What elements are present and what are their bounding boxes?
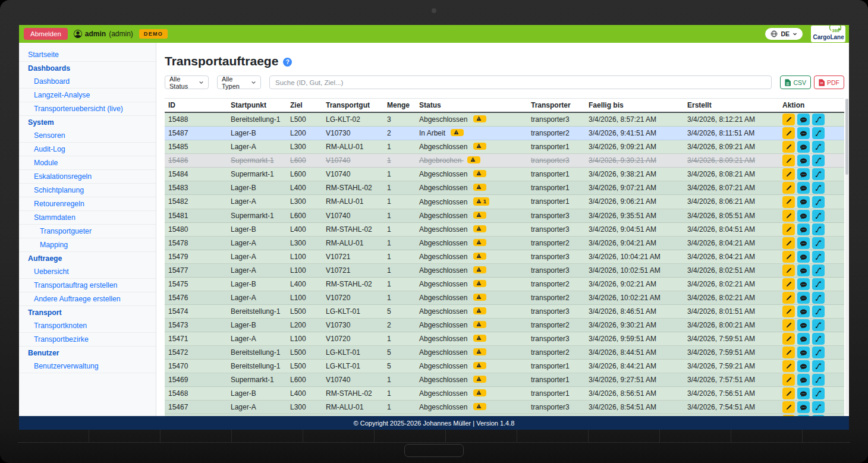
help-icon[interactable]: ? xyxy=(283,58,292,67)
comment-button[interactable] xyxy=(797,305,810,317)
table-row[interactable]: 15487 Lager-B L200 V10730 2 In Arbeit tr… xyxy=(165,127,844,140)
table-row[interactable]: 15469 Supermarkt-1 L600 V10740 1 Abgesch… xyxy=(165,373,844,387)
table-row[interactable]: 15475 Lager-B L400 RM-STAHL-02 1 Abgesch… xyxy=(165,278,844,291)
edit-button[interactable] xyxy=(782,374,795,386)
route-button[interactable] xyxy=(812,305,825,317)
edit-button[interactable] xyxy=(782,319,795,331)
comment-button[interactable] xyxy=(797,374,810,386)
table-row[interactable]: 15473 Lager-B L200 V10730 2 Abgeschlosse… xyxy=(165,319,844,332)
search-input[interactable] xyxy=(269,75,772,89)
route-button[interactable] xyxy=(812,388,825,399)
table-row[interactable]: 15484 Supermarkt-1 L600 V10740 1 Abgesch… xyxy=(165,168,844,181)
edit-button[interactable] xyxy=(782,305,795,317)
export-pdf-button[interactable]: PDF xyxy=(814,75,844,89)
route-button[interactable] xyxy=(812,196,825,208)
sidebar-item-transportknoten[interactable]: Transportknoten xyxy=(19,319,156,333)
sidebar-item-transportbezirke[interactable]: Transportbezirke xyxy=(19,333,156,347)
table-row[interactable]: 15479 Lager-A L100 V10721 1 Abgeschlosse… xyxy=(165,250,844,264)
language-selector[interactable]: DE xyxy=(765,28,803,40)
type-filter-select[interactable]: Alle Typen xyxy=(217,75,261,89)
scrollbar[interactable] xyxy=(845,99,848,414)
table-row[interactable]: 15480 Lager-B L400 RM-STAHL-02 1 Abgesch… xyxy=(165,223,844,237)
sidebar-item-sensoren[interactable]: Sensoren xyxy=(19,129,156,143)
edit-button[interactable] xyxy=(782,333,795,345)
table-row[interactable]: 15476 Lager-A L100 V10720 1 Abgeschlosse… xyxy=(165,291,844,305)
logout-button[interactable]: Abmelden xyxy=(24,28,68,40)
edit-button[interactable] xyxy=(782,182,795,194)
sidebar-item-benutzerverwaltung[interactable]: Benutzerverwaltung xyxy=(19,360,156,373)
edit-button[interactable] xyxy=(782,278,795,290)
scrollbar-thumb[interactable] xyxy=(845,99,848,175)
comment-button[interactable] xyxy=(797,278,810,290)
edit-button[interactable] xyxy=(782,168,795,180)
sidebar-item-retourenregeln[interactable]: Retourenregeln xyxy=(19,197,156,211)
table-row[interactable]: 15485 Lager-A L300 RM-ALU-01 1 Abgeschlo… xyxy=(165,140,844,154)
route-button[interactable] xyxy=(812,264,825,276)
comment-button[interactable] xyxy=(797,319,810,331)
edit-button[interactable] xyxy=(782,237,795,249)
route-button[interactable] xyxy=(812,251,825,263)
table-row[interactable]: 15488 Bereitstellung-1 L500 LG-KLT-02 3 … xyxy=(165,113,844,127)
comment-button[interactable] xyxy=(797,210,810,222)
sidebar-item-stammdaten[interactable]: Stammdaten xyxy=(19,211,156,225)
comment-button[interactable] xyxy=(797,182,810,194)
sidebar-item-mapping[interactable]: Mapping xyxy=(19,238,156,252)
route-button[interactable] xyxy=(812,141,825,153)
table-row[interactable]: 15471 Lager-A L100 V10720 1 Abgeschlosse… xyxy=(165,332,844,346)
comment-button[interactable] xyxy=(797,388,810,399)
table-row[interactable]: 15474 Bereitstellung-1 L500 LG-KLT-01 5 … xyxy=(165,305,844,319)
table-row[interactable]: 15482 Lager-A L300 RM-ALU-01 1 Abgeschlo… xyxy=(165,195,844,209)
edit-button[interactable] xyxy=(782,223,795,235)
edit-button[interactable] xyxy=(782,155,795,166)
sidebar-item-transportgueter[interactable]: Transportgueter xyxy=(19,225,156,238)
route-button[interactable] xyxy=(812,182,825,194)
comment-button[interactable] xyxy=(797,251,810,263)
sidebar-item-langzeit-analyse[interactable]: Langzeit-Analyse xyxy=(19,89,156,102)
route-button[interactable] xyxy=(812,374,825,386)
edit-button[interactable] xyxy=(782,401,795,413)
comment-button[interactable] xyxy=(797,155,810,166)
table-row[interactable]: 15468 Lager-B L400 RM-STAHL-02 1 Abgesch… xyxy=(165,387,844,401)
status-filter-select[interactable]: Alle Status xyxy=(165,75,209,89)
sidebar-item-module[interactable]: Module xyxy=(19,156,156,170)
export-csv-button[interactable]: CSV xyxy=(780,75,811,89)
sidebar-item-transporteruebersicht-live[interactable]: Transporteruebersicht (live) xyxy=(19,102,156,116)
route-button[interactable] xyxy=(812,127,825,139)
comment-button[interactable] xyxy=(797,264,810,276)
comment-button[interactable] xyxy=(797,292,810,304)
sidebar-item-andere-auftraege-erstellen[interactable]: Andere Auftraege erstellen xyxy=(19,292,156,306)
route-button[interactable] xyxy=(812,319,825,331)
edit-button[interactable] xyxy=(782,141,795,153)
edit-button[interactable] xyxy=(782,388,795,399)
route-button[interactable] xyxy=(812,210,825,222)
comment-button[interactable] xyxy=(797,127,810,139)
route-button[interactable] xyxy=(812,292,825,304)
table-row[interactable]: 15477 Lager-A L100 V10721 1 Abgeschlosse… xyxy=(165,264,844,278)
sidebar-item-audit-log[interactable]: Audit-Log xyxy=(19,143,156,156)
comment-button[interactable] xyxy=(797,360,810,372)
route-button[interactable] xyxy=(812,237,825,249)
route-button[interactable] xyxy=(812,333,825,345)
sidebar-item-schichtplanung[interactable]: Schichtplanung xyxy=(19,184,156,197)
route-button[interactable] xyxy=(812,114,825,125)
comment-button[interactable] xyxy=(797,114,810,125)
edit-button[interactable] xyxy=(782,264,795,276)
comment-button[interactable] xyxy=(797,347,810,358)
table-row[interactable]: 15478 Lager-A L300 RM-ALU-01 1 Abgeschlo… xyxy=(165,237,844,250)
edit-button[interactable] xyxy=(782,114,795,125)
route-button[interactable] xyxy=(812,278,825,290)
table-row[interactable]: 15481 Supermarkt-1 L600 V10740 1 Abgesch… xyxy=(165,209,844,223)
edit-button[interactable] xyxy=(782,292,795,304)
brand-logo[interactable]: 360 CargoLane xyxy=(811,26,845,42)
edit-button[interactable] xyxy=(782,127,795,139)
route-button[interactable] xyxy=(812,223,825,235)
comment-button[interactable] xyxy=(797,168,810,180)
sidebar-item-startseite[interactable]: Startseite xyxy=(19,48,156,62)
edit-button[interactable] xyxy=(782,347,795,358)
edit-button[interactable] xyxy=(782,251,795,263)
route-button[interactable] xyxy=(812,360,825,372)
comment-button[interactable] xyxy=(797,333,810,345)
route-button[interactable] xyxy=(812,155,825,166)
edit-button[interactable] xyxy=(782,360,795,372)
edit-button[interactable] xyxy=(782,196,795,208)
